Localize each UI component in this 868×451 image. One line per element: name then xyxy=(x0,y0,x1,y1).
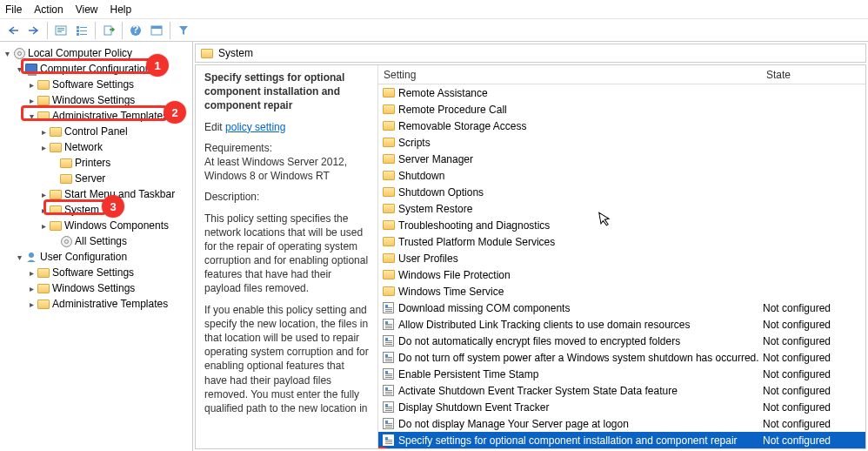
badge-1: 1 xyxy=(146,54,169,77)
export-icon xyxy=(103,24,115,37)
policy-icon xyxy=(382,367,395,380)
description-label: Description: xyxy=(204,190,369,204)
help-button[interactable]: ? xyxy=(126,21,145,40)
tree-node-software-settings[interactable]: ▸Software Settings xyxy=(0,77,192,92)
tree-label: Software Settings xyxy=(52,78,134,91)
row-label: Display Shutdown Event Tracker xyxy=(398,401,549,414)
row-label: Activate Shutdown Event Tracker System S… xyxy=(398,385,678,397)
badge-3: 3 xyxy=(102,195,124,218)
menu-view[interactable]: View xyxy=(76,3,98,16)
row-state: Not configured xyxy=(761,385,865,397)
policy-root-icon xyxy=(12,46,26,60)
tree-label: Computer Configuration xyxy=(40,63,150,75)
tree-node-user-admin[interactable]: ▸Administrative Templates xyxy=(0,296,192,312)
list-folder-row[interactable]: Windows File Protection xyxy=(378,266,865,283)
policy-icon xyxy=(382,301,395,314)
list-policy-row[interactable]: Display Shutdown Event TrackerNot config… xyxy=(378,399,865,415)
separator xyxy=(95,22,96,39)
row-label: Removable Storage Access xyxy=(398,120,526,132)
separator xyxy=(122,22,123,39)
list-folder-row[interactable]: User Profiles xyxy=(378,250,865,266)
tree-node-network[interactable]: ▸Network xyxy=(0,139,192,155)
list-folder-row[interactable]: Scripts xyxy=(378,134,865,151)
list-policy-row[interactable]: Download missing COM componentsNot confi… xyxy=(378,300,865,316)
row-state: Not configured xyxy=(761,434,865,447)
list-policy-row[interactable]: Allow Distributed Link Tracking clients … xyxy=(378,316,865,333)
tree-node-user-config[interactable]: ▾User Configuration xyxy=(0,249,192,265)
nav-forward-button[interactable] xyxy=(24,21,43,40)
list-folder-row[interactable]: Remote Assistance xyxy=(378,84,865,101)
folder-icon xyxy=(382,169,395,182)
breadcrumb: System xyxy=(195,44,866,63)
tree-node-user-software[interactable]: ▸Software Settings xyxy=(0,265,192,280)
menu-action[interactable]: Action xyxy=(34,3,63,16)
row-state: Not configured xyxy=(761,401,865,414)
tree-node-printers[interactable]: Printers xyxy=(0,155,192,171)
list-header[interactable]: Setting State xyxy=(378,65,865,84)
settings-list[interactable]: Setting State Remote AssistanceRemote Pr… xyxy=(378,65,865,448)
list-folder-row[interactable]: Trusted Platform Module Services xyxy=(378,233,865,250)
folder-icon xyxy=(382,252,395,265)
list-policy-row[interactable]: Do not display Manage Your Server page a… xyxy=(378,415,865,432)
computer-icon xyxy=(24,62,38,76)
tree-node-server[interactable]: Server xyxy=(0,171,192,186)
folder-icon xyxy=(37,109,50,123)
export-button[interactable] xyxy=(99,21,118,40)
list-policy-row[interactable]: Do not turn off system power after a Win… xyxy=(378,349,865,366)
policy-icon xyxy=(382,384,395,397)
main-split: 1 2 3 ▾Local Computer Policy ▾Computer C… xyxy=(0,42,868,451)
column-setting[interactable]: Setting xyxy=(378,69,761,81)
list-folder-row[interactable]: System Restore xyxy=(378,200,865,217)
tree-label: Software Settings xyxy=(52,266,134,279)
folder-icon xyxy=(37,77,50,91)
tree-node-system[interactable]: ▸System xyxy=(0,202,192,218)
svg-rect-8 xyxy=(80,30,87,31)
svg-rect-6 xyxy=(77,33,79,36)
list-policy-row[interactable]: Specify settings for optional component … xyxy=(378,432,865,448)
folder-icon xyxy=(49,140,63,154)
details-button[interactable] xyxy=(147,21,166,40)
list-body: Remote AssistanceRemote Procedure CallRe… xyxy=(378,84,865,448)
nav-back-button[interactable] xyxy=(3,21,23,40)
edit-label: Edit xyxy=(204,121,223,133)
row-label: Do not automatically encrypt files moved… xyxy=(398,335,680,347)
list-policy-row[interactable]: Do not automatically encrypt files moved… xyxy=(378,333,865,349)
row-label: Trusted Platform Module Services xyxy=(398,236,555,248)
menu-file[interactable]: File xyxy=(5,3,22,16)
menu-help[interactable]: Help xyxy=(110,3,132,16)
row-label: Remote Assistance xyxy=(398,87,488,99)
filter-button[interactable] xyxy=(174,21,193,40)
policy-icon xyxy=(382,351,395,364)
list-folder-row[interactable]: Removable Storage Access xyxy=(378,118,865,134)
list-button[interactable] xyxy=(72,21,91,40)
edit-policy-link[interactable]: policy setting xyxy=(225,121,285,133)
selected-policy-title: Specify settings for optional component … xyxy=(204,71,344,111)
list-folder-row[interactable]: Server Manager xyxy=(378,151,865,167)
list-policy-row[interactable]: Enable Persistent Time StampNot configur… xyxy=(378,366,865,382)
svg-rect-14 xyxy=(151,26,162,29)
tree-node-all-settings[interactable]: All Settings xyxy=(0,233,192,249)
tree-node-start-menu[interactable]: ▸Start Menu and Taskbar xyxy=(0,186,192,202)
tree-node-control-panel[interactable]: ▸Control Panel xyxy=(0,124,192,139)
folder-icon xyxy=(382,202,395,215)
tree-node-windows-settings[interactable]: ▸Windows Settings xyxy=(0,92,192,108)
column-state[interactable]: State xyxy=(761,69,865,81)
content-split: Specify settings for optional component … xyxy=(195,64,866,449)
tree-pane[interactable]: 1 2 3 ▾Local Computer Policy ▾Computer C… xyxy=(0,42,193,451)
list-folder-row[interactable]: Shutdown xyxy=(378,167,865,184)
list-folder-row[interactable]: Troubleshooting and Diagnostics xyxy=(378,217,865,233)
policy-icon xyxy=(382,401,395,414)
description-pane: Specify settings for optional component … xyxy=(196,65,378,448)
tree-node-user-windows[interactable]: ▸Windows Settings xyxy=(0,280,192,296)
list-policy-row[interactable]: Activate Shutdown Event Tracker System S… xyxy=(378,382,865,399)
settings-icon xyxy=(59,234,73,248)
list-folder-row[interactable]: Shutdown Options xyxy=(378,184,865,200)
folder-icon xyxy=(382,119,395,132)
list-folder-row[interactable]: Windows Time Service xyxy=(378,283,865,300)
tree-node-windows-components[interactable]: ▸Windows Components xyxy=(0,218,192,233)
list-folder-row[interactable]: Remote Procedure Call xyxy=(378,101,865,118)
tree-label: All Settings xyxy=(75,235,127,247)
properties-button[interactable] xyxy=(51,21,70,40)
row-state: Not configured xyxy=(761,302,865,314)
tree-label: Server xyxy=(75,172,105,185)
